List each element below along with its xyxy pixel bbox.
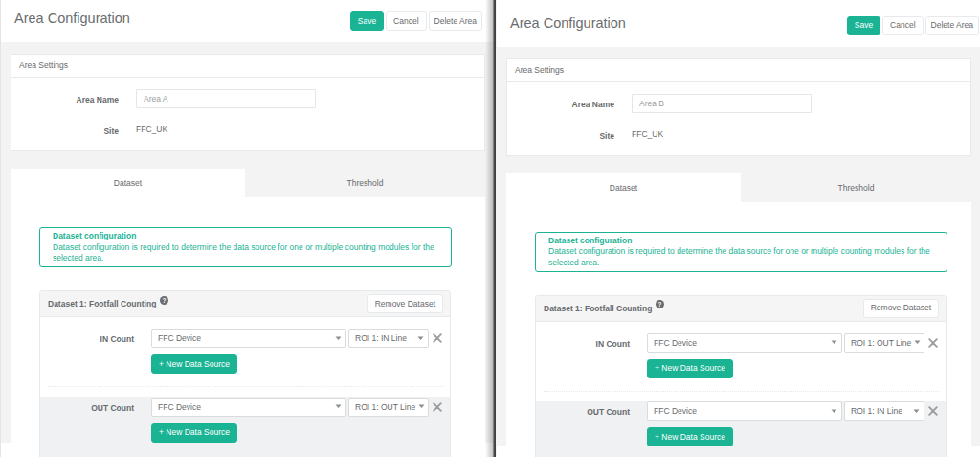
- svg-text:?: ?: [163, 296, 167, 303]
- in-count-row: IN Count FFC Device ROI 1: IN Line: [40, 329, 450, 348]
- area-settings-card: Area Settings Area Name Site FFC_UK: [11, 54, 485, 151]
- area-settings-card: Area Settings Area Name Site FFC_UK: [506, 58, 971, 156]
- tab-dataset[interactable]: Dataset: [11, 169, 245, 197]
- dataset-tab-content: Dataset configuration Dataset configurat…: [11, 197, 485, 457]
- save-button[interactable]: Save: [847, 16, 880, 35]
- dataset-panel-title: Dataset 1: Footfall Counting: [544, 304, 652, 313]
- alert-title: Dataset configuration: [548, 236, 934, 247]
- out-count-row: OUT Count FFC Device ROI 1: OUT Line: [40, 398, 450, 417]
- remove-dataset-button[interactable]: Remove Dataset: [863, 299, 939, 318]
- remove-source-icon[interactable]: [433, 402, 442, 412]
- screenshots-divider: [485, 0, 496, 457]
- delete-area-button[interactable]: Delete Area: [925, 16, 979, 35]
- in-roi-value: ROI 1: IN Line: [355, 333, 407, 343]
- page-title: Area Configuration: [14, 11, 130, 26]
- in-roi-value: ROI 1: OUT Line: [851, 338, 911, 348]
- in-count-row: IN Count FFC Device ROI 1: OUT Line: [536, 333, 946, 353]
- chevron-down-icon: [911, 340, 921, 345]
- site-value: FFC_UK: [632, 126, 663, 140]
- remove-source-icon[interactable]: [928, 338, 938, 348]
- out-count-label: OUT Count: [40, 398, 134, 413]
- page-title: Area Configuration: [510, 15, 626, 31]
- in-count-label: IN Count: [536, 333, 630, 349]
- in-count-group: IN Count FFC Device ROI 1: OUT Line: [536, 322, 946, 391]
- in-source-select[interactable]: FFC Device: [151, 329, 346, 348]
- tab-threshold[interactable]: Threshold: [245, 169, 485, 197]
- tab-dataset[interactable]: Dataset: [506, 173, 741, 202]
- svg-text:?: ?: [658, 301, 662, 308]
- remove-source-icon[interactable]: [433, 333, 442, 343]
- out-roi-value: ROI 1: OUT Line: [355, 402, 415, 412]
- screenshot-area-b: Area Configuration Save Cancel Delete Ar…: [497, 0, 980, 457]
- new-data-source-button[interactable]: + New Data Source: [151, 354, 237, 374]
- header-actions: Save Cancel Delete Area: [348, 11, 482, 31]
- page-header: Area Configuration Save Cancel Delete Ar…: [1, 0, 495, 42]
- area-settings-heading: Area Settings: [507, 59, 970, 82]
- site-row: Site FFC_UK: [11, 121, 484, 136]
- out-count-label: OUT Count: [536, 401, 630, 417]
- site-row: Site FFC_UK: [507, 126, 970, 141]
- out-count-row: OUT Count FFC Device ROI 1: IN Line: [536, 401, 946, 421]
- out-count-group: OUT Count FFC Device ROI 1: OUT Line: [40, 397, 450, 457]
- area-settings-heading: Area Settings: [11, 55, 484, 78]
- chevron-down-icon: [828, 409, 837, 414]
- cancel-button[interactable]: Cancel: [386, 11, 426, 31]
- dataset-configuration-alert: Dataset configuration Dataset configurat…: [535, 232, 947, 272]
- new-data-source-button[interactable]: + New Data Source: [647, 427, 733, 446]
- dataset-panel: Dataset 1: Footfall Counting ? Remove Da…: [535, 295, 947, 457]
- chevron-down-icon: [415, 404, 425, 409]
- header-actions: Save Cancel Delete Area: [845, 16, 979, 35]
- out-roi-select[interactable]: ROI 1: OUT Line: [348, 398, 429, 417]
- page-header: Area Configuration Save Cancel Delete Ar…: [497, 0, 980, 47]
- chevron-down-icon: [414, 336, 424, 341]
- cancel-button[interactable]: Cancel: [882, 16, 923, 35]
- in-count-label: IN Count: [40, 329, 134, 344]
- screenshot-area-a: Area Configuration Save Cancel Delete Ar…: [0, 0, 495, 457]
- help-icon[interactable]: ?: [160, 296, 168, 305]
- in-roi-select[interactable]: ROI 1: IN Line: [348, 329, 429, 348]
- row-separator: [48, 386, 444, 387]
- row-separator: [544, 391, 940, 392]
- in-roi-select[interactable]: ROI 1: OUT Line: [844, 333, 924, 353]
- delete-area-button[interactable]: Delete Area: [429, 11, 482, 31]
- out-source-select[interactable]: FFC Device: [647, 401, 842, 421]
- area-name-input[interactable]: [136, 89, 316, 108]
- out-count-group: OUT Count FFC Device ROI 1: IN Line: [536, 401, 946, 457]
- remove-dataset-button[interactable]: Remove Dataset: [368, 294, 443, 313]
- area-name-input[interactable]: [632, 94, 812, 113]
- dataset-tab-content: Dataset configuration Dataset configurat…: [506, 202, 971, 457]
- remove-source-icon[interactable]: [928, 406, 938, 416]
- save-button[interactable]: Save: [350, 11, 384, 31]
- area-name-label: Area Name: [11, 89, 119, 104]
- in-source-value: FFC Device: [654, 338, 697, 348]
- new-data-source-button[interactable]: + New Data Source: [647, 359, 733, 378]
- site-label: Site: [507, 126, 614, 141]
- out-source-select[interactable]: FFC Device: [151, 398, 346, 417]
- tab-bar: Dataset Threshold: [11, 169, 485, 197]
- out-roi-value: ROI 1: IN Line: [851, 406, 902, 416]
- area-name-row: Area Name: [507, 94, 970, 113]
- site-value: FFC_UK: [136, 121, 167, 135]
- chevron-down-icon: [828, 340, 837, 345]
- tab-threshold[interactable]: Threshold: [741, 173, 971, 202]
- help-icon[interactable]: ?: [656, 300, 664, 308]
- chevron-down-icon: [332, 404, 342, 409]
- in-source-value: FFC Device: [158, 333, 201, 343]
- chevron-down-icon: [332, 336, 342, 341]
- new-data-source-button[interactable]: + New Data Source: [151, 423, 237, 443]
- dataset-configuration-alert: Dataset configuration Dataset configurat…: [39, 227, 452, 267]
- dataset-panel: Dataset 1: Footfall Counting ? Remove Da…: [39, 290, 451, 457]
- alert-text: Dataset configuration is required to det…: [548, 246, 934, 268]
- out-source-value: FFC Device: [158, 402, 201, 412]
- tab-bar: Dataset Threshold: [506, 173, 971, 202]
- dataset-panel-header: Dataset 1: Footfall Counting ? Remove Da…: [40, 291, 450, 317]
- out-source-value: FFC Device: [654, 406, 697, 416]
- dataset-panel-header: Dataset 1: Footfall Counting ? Remove Da…: [536, 296, 946, 322]
- alert-text: Dataset configuration is required to det…: [53, 242, 438, 264]
- area-name-row: Area Name: [11, 89, 484, 108]
- alert-title: Dataset configuration: [53, 231, 438, 242]
- in-count-group: IN Count FFC Device ROI 1: IN Line: [40, 317, 450, 386]
- in-source-select[interactable]: FFC Device: [647, 333, 842, 353]
- site-label: Site: [11, 121, 119, 136]
- out-roi-select[interactable]: ROI 1: IN Line: [844, 401, 924, 421]
